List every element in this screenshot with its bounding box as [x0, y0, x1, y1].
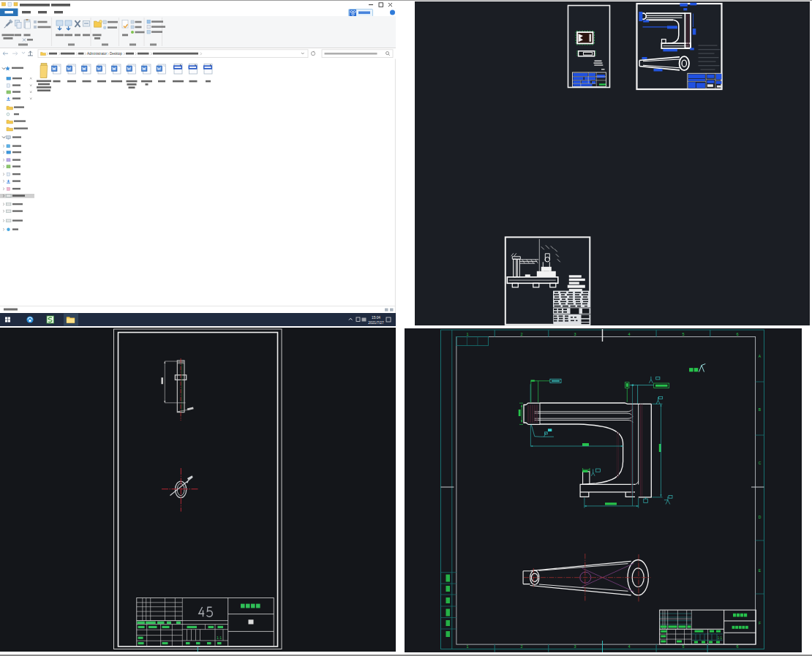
svg-text:15:04: 15:04	[372, 316, 380, 320]
svg-text:B: B	[759, 407, 762, 412]
svg-text:C: C	[759, 461, 762, 465]
svg-text:3: 3	[574, 644, 576, 649]
svg-text:4: 4	[628, 644, 630, 649]
svg-text:5: 5	[682, 644, 684, 649]
svg-text:4: 4	[628, 332, 630, 336]
svg-text:2: 2	[520, 644, 522, 649]
svg-text:1:1: 1:1	[217, 636, 222, 640]
svg-text:2021/7/27: 2021/7/27	[368, 321, 384, 325]
svg-text:5: 5	[682, 332, 684, 336]
svg-text:2: 2	[520, 332, 522, 336]
svg-text:F: F	[759, 621, 761, 625]
svg-text:6: 6	[736, 332, 738, 336]
svg-text:D: D	[759, 515, 762, 519]
svg-text:3: 3	[574, 332, 576, 336]
svg-text:1: 1	[466, 644, 468, 649]
svg-text:6: 6	[736, 644, 738, 649]
svg-text:E: E	[759, 568, 762, 573]
svg-text:A: A	[759, 354, 762, 358]
svg-text:1:1: 1:1	[718, 636, 723, 640]
svg-text:1: 1	[466, 332, 468, 336]
